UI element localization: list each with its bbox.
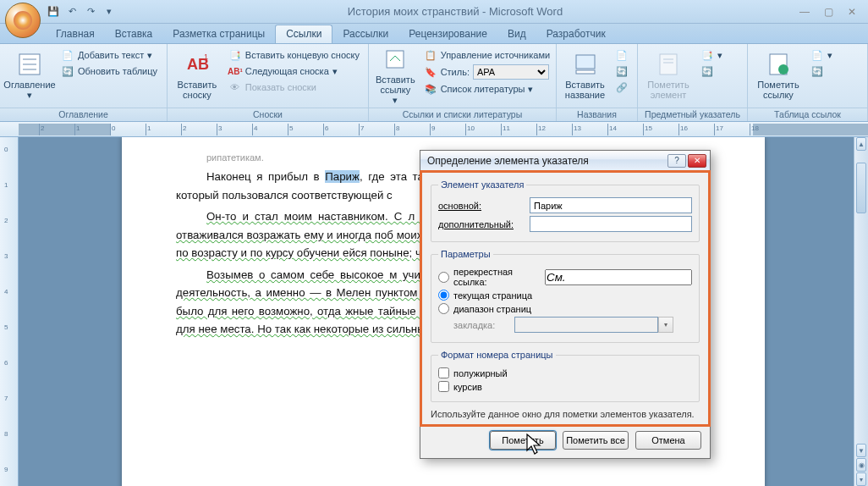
ruler-horizontal[interactable]: 210123456789101112131415161718: [0, 122, 868, 137]
mark-citation-label: Пометить ссылку: [755, 80, 802, 100]
show-footnotes-label: Показать сноски: [245, 82, 316, 92]
tab-page-layout[interactable]: Разметка страницы: [162, 25, 275, 43]
current-page-label: текущая страница: [453, 290, 532, 301]
citation-style-select[interactable]: APA: [473, 64, 549, 80]
vertical-scrollbar[interactable]: ▲ ▼ ◉ ▾: [854, 137, 868, 486]
tab-developer[interactable]: Разработчик: [536, 25, 616, 43]
style-icon: 🔖: [424, 65, 437, 79]
qat-redo-button[interactable]: ↷: [83, 4, 98, 19]
svg-rect-6: [387, 51, 404, 68]
mark-entry-button[interactable]: Пометить элемент: [643, 47, 694, 103]
tab-insert[interactable]: Вставка: [105, 25, 163, 43]
scroll-thumb[interactable]: [856, 163, 866, 213]
tab-view[interactable]: Вид: [497, 25, 536, 43]
add-text-button[interactable]: 📄Добавить текст ▾: [58, 47, 161, 63]
tab-mailings[interactable]: Рассылки: [332, 25, 398, 43]
endnote-label: Вставить концевую сноску: [245, 50, 360, 60]
bibliography-button[interactable]: 📚Список литературы ▾: [420, 81, 553, 97]
insert-citation-button[interactable]: Вставить ссылку ▾: [374, 47, 417, 103]
window-maximize-button[interactable]: ▢: [817, 4, 839, 19]
show-footnotes-button[interactable]: 👁Показать сноски: [225, 80, 363, 95]
add-text-label: Добавить текст: [78, 50, 144, 60]
title-bar: 💾 ↶ ↷ ▾ История моих странствий - Micros…: [0, 0, 868, 24]
update-icon: 🔄: [61, 64, 74, 78]
bookmark-input: [514, 317, 658, 333]
index-entry-legend: Элемент указателя: [438, 179, 526, 190]
selected-text: Париж: [325, 170, 360, 183]
cross-reference-radio[interactable]: [438, 272, 449, 283]
mark-entry-label: Пометить элемент: [645, 80, 692, 100]
tab-home[interactable]: Главная: [46, 25, 105, 43]
current-page-radio[interactable]: [438, 290, 449, 301]
group-index-label: Предметный указатель: [638, 108, 747, 121]
mark-citation-button[interactable]: Пометить ссылку: [753, 47, 804, 103]
next-footnote-button[interactable]: AB¹Следующая сноска ▾: [225, 64, 363, 79]
toc-icon: [16, 51, 43, 78]
citation-drop: ▾: [393, 95, 398, 105]
main-entry-input[interactable]: [530, 197, 692, 213]
dialog-titlebar[interactable]: Определение элемента указателя ? ✕: [420, 151, 710, 171]
update-index-icon: 🔄: [700, 64, 714, 78]
citation-icon: [382, 46, 409, 73]
group-footnotes-label: Сноски: [168, 108, 368, 121]
bibliography-icon: 📚: [424, 82, 437, 96]
group-toc-label: Оглавление: [0, 108, 167, 121]
sub-entry-input[interactable]: [530, 216, 692, 232]
sub-entry-label: дополнительный:: [438, 219, 525, 229]
office-button[interactable]: [5, 3, 41, 38]
dialog-help-button[interactable]: ?: [667, 154, 686, 168]
qat-undo-button[interactable]: ↶: [64, 4, 80, 19]
qat-save-button[interactable]: 💾: [46, 4, 61, 19]
next-page-button[interactable]: ▾: [856, 472, 866, 486]
style-label: Стиль:: [441, 67, 470, 77]
insert-endnote-button[interactable]: 📑Вставить концевую сноску: [225, 47, 363, 63]
update-toa-button[interactable]: 🔄: [807, 64, 836, 79]
caption-list-button[interactable]: 📄: [612, 47, 632, 63]
page-format-fieldset: Формат номера страницы полужирный курсив: [431, 350, 700, 402]
qat-more-button[interactable]: ▾: [102, 4, 117, 19]
dialog-title: Определение элемента указателя: [427, 155, 589, 167]
dialog-close-button[interactable]: ✕: [688, 154, 706, 168]
update-label: Обновить таблицу: [78, 66, 157, 76]
mark-button[interactable]: Пометить: [490, 431, 556, 450]
cross-reference-input[interactable]: [545, 269, 692, 285]
insert-toa-icon: 📄: [810, 48, 824, 62]
ribbon: Оглавление ▾ 📄Добавить текст ▾ 🔄Обновить…: [0, 44, 868, 122]
toc-button[interactable]: Оглавление ▾: [5, 47, 54, 103]
bibliography-label: Список литературы: [441, 84, 525, 94]
insert-toa-button[interactable]: 📄▾: [807, 47, 836, 63]
next-footnote-label: Следующая сноска: [245, 66, 329, 76]
caption-label: Вставить название: [563, 80, 607, 100]
window-minimize-button[interactable]: —: [794, 4, 816, 19]
tab-references[interactable]: Ссылки: [275, 25, 332, 43]
ruler-vertical[interactable]: 01234567891011: [0, 137, 19, 486]
window-title: История моих странствий - Microsoft Word: [117, 5, 794, 18]
svg-rect-9: [660, 54, 677, 75]
toc-label: Оглавление: [3, 80, 55, 90]
citation-label: Вставить ссылку: [376, 75, 415, 95]
manage-sources-button[interactable]: 📋Управление источниками: [420, 47, 553, 63]
mark-all-button[interactable]: Пометить все: [563, 431, 629, 450]
italic-checkbox[interactable]: [438, 381, 449, 392]
insert-caption-button[interactable]: Вставить название: [562, 47, 608, 103]
mark-index-entry-dialog: Определение элемента указателя ? ✕ Элеме…: [420, 150, 711, 459]
cross-reference-button[interactable]: 🔗: [612, 80, 632, 95]
tab-review[interactable]: Рецензирование: [398, 25, 497, 43]
insert-footnote-button[interactable]: AB1 Вставить сноску: [173, 47, 222, 103]
prev-page-button[interactable]: ◉: [856, 458, 866, 472]
page-range-radio[interactable]: [438, 303, 449, 314]
scroll-down-button[interactable]: ▼: [856, 444, 866, 457]
next-footnote-icon: AB¹: [228, 64, 242, 78]
bookmark-label: закладка:: [453, 320, 509, 330]
page-range-label: диапазон страниц: [453, 304, 531, 314]
manage-sources-label: Управление источниками: [441, 50, 550, 60]
bold-checkbox[interactable]: [438, 367, 449, 378]
caption-update-button[interactable]: 🔄: [612, 64, 632, 79]
insert-index-button[interactable]: 📑▾: [697, 47, 726, 63]
main-entry-label: основной:: [438, 201, 525, 211]
update-toc-button[interactable]: 🔄Обновить таблицу: [58, 64, 161, 79]
update-index-button[interactable]: 🔄: [697, 64, 726, 79]
window-close-button[interactable]: ✕: [841, 4, 863, 19]
scroll-up-button[interactable]: ▲: [856, 137, 866, 151]
cancel-button[interactable]: Отмена: [635, 431, 701, 450]
